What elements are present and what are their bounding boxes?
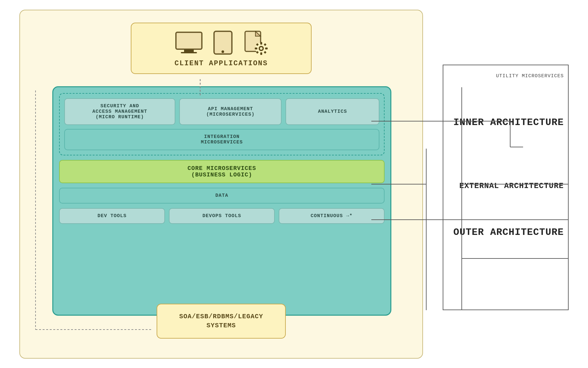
client-applications-box: CLIENT APPLICATIONS bbox=[131, 23, 312, 74]
outer-arch-label: OUTER ARCHITECTURE bbox=[453, 226, 564, 239]
analytics-block: ANALYTICS bbox=[285, 98, 379, 125]
security-block: SECURITY AND ACCESS MANAGEMENT (MICRO RU… bbox=[64, 98, 175, 125]
svg-rect-1 bbox=[176, 32, 202, 49]
tablet-icon bbox=[212, 30, 233, 56]
utility-label: UTILITY MICROSERVICES bbox=[496, 73, 564, 80]
document-gear-icon bbox=[242, 30, 268, 56]
client-applications-label: CLIENT APPLICATIONS bbox=[175, 59, 268, 68]
continuous-block: CONTINUOUS →* bbox=[279, 208, 385, 224]
inner-teal-container: SECURITY AND ACCESS MANAGEMENT (MICRO RU… bbox=[52, 86, 391, 316]
integration-block: INTEGRATION MICROSERVICES bbox=[64, 129, 379, 150]
svg-rect-3 bbox=[181, 52, 197, 53]
core-row: CORE MICROSERVICES (BUSINESS LOGIC) bbox=[59, 160, 385, 183]
data-block: DATA bbox=[59, 188, 385, 204]
inner-arch-label-area: INNER ARCHITECTURE bbox=[453, 116, 564, 129]
outer-arch-label-area: OUTER ARCHITECTURE bbox=[453, 226, 564, 239]
svg-rect-2 bbox=[184, 49, 194, 52]
svg-rect-13 bbox=[260, 42, 262, 45]
outer-container: CLIENT APPLICATIONS SECURITY AND ACCESS … bbox=[19, 10, 423, 359]
dashed-inner-section: SECURITY AND ACCESS MANAGEMENT (MICRO RU… bbox=[59, 93, 385, 155]
core-block: CORE MICROSERVICES (BUSINESS LOGIC) bbox=[59, 160, 385, 183]
api-block: API MANAGEMENT (MICROSERVICES) bbox=[179, 98, 282, 125]
soa-label: SOA/ESB/RDBMS/LEGACY SYSTEMS bbox=[179, 312, 263, 330]
devopstools-block: DEVOPS TOOLS bbox=[169, 208, 275, 224]
inner-arch-label: INNER ARCHITECTURE bbox=[453, 116, 564, 129]
svg-point-7 bbox=[222, 50, 224, 53]
svg-rect-16 bbox=[265, 47, 268, 49]
diagram-root: CLIENT APPLICATIONS SECURITY AND ACCESS … bbox=[0, 0, 588, 368]
svg-rect-15 bbox=[255, 47, 257, 49]
external-arch-label: EXTERNAL ARCHITECTURE bbox=[459, 181, 564, 191]
soa-box: SOA/ESB/RDBMS/LEGACY SYSTEMS bbox=[157, 304, 286, 339]
external-arch-label-area: EXTERNAL ARCHITECTURE bbox=[459, 181, 564, 191]
svg-rect-14 bbox=[260, 52, 262, 55]
devtools-block: DEV TOOLS bbox=[59, 208, 165, 224]
utility-label-area: UTILITY MICROSERVICES bbox=[496, 73, 564, 80]
integration-row: INTEGRATION MICROSERVICES bbox=[64, 129, 379, 150]
tools-row: DEV TOOLS DEVOPS TOOLS CONTINUOUS →* bbox=[59, 208, 385, 224]
utility-row: SECURITY AND ACCESS MANAGEMENT (MICRO RU… bbox=[64, 98, 379, 125]
client-icons bbox=[174, 30, 268, 56]
data-row: DATA bbox=[59, 188, 385, 204]
svg-point-12 bbox=[260, 47, 263, 50]
monitor-icon bbox=[174, 31, 203, 55]
